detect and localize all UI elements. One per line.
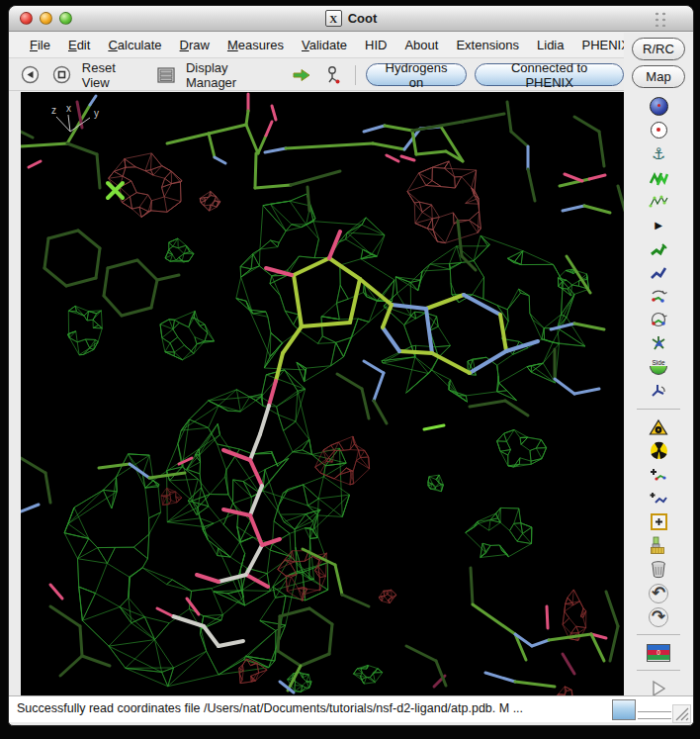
toolbar-separator <box>637 634 680 635</box>
menu-calculate[interactable]: Calculate <box>99 35 170 55</box>
density-mesh-red <box>200 191 220 211</box>
add-atom-icon[interactable] <box>647 464 670 485</box>
toolbar-separator <box>637 409 680 410</box>
menu-about[interactable]: About <box>395 35 447 55</box>
menu-extensions[interactable]: Extensions <box>447 35 528 55</box>
density-mesh-red <box>379 590 396 602</box>
add-alt-conf-icon[interactable] <box>647 511 670 532</box>
auto-fit-rotamer-icon[interactable] <box>647 333 670 354</box>
density-mesh-green <box>466 508 532 557</box>
density-mesh-red <box>407 161 481 243</box>
density-mesh-green <box>354 665 383 684</box>
menu-validate[interactable]: Validate <box>293 35 356 55</box>
rigid-body-fit-icon[interactable] <box>647 262 670 283</box>
svg-text:z: z <box>51 105 56 116</box>
density-mesh-red <box>563 590 586 640</box>
undo-icon[interactable]: ↶ <box>647 583 670 603</box>
menu-measures[interactable]: Measures <box>219 35 293 55</box>
add-terminal-residue-icon[interactable] <box>647 488 670 508</box>
menu-hid[interactable]: HID <box>356 35 395 55</box>
display-manager-icon[interactable] <box>154 64 178 85</box>
density-mesh-green <box>165 238 194 262</box>
window-title: Coot <box>348 11 378 26</box>
density-mesh-green <box>160 311 215 359</box>
phenix-connection-button[interactable]: Connected to PHENIX <box>475 63 624 86</box>
hydrogens-toggle-button[interactable]: Hydrogens on <box>366 63 468 86</box>
status-progress-square[interactable] <box>612 699 636 720</box>
sphere-refine-icon[interactable] <box>647 96 670 117</box>
density-mesh-green <box>497 429 547 467</box>
refine-residues-icon[interactable] <box>647 310 670 330</box>
edit-chi-angles-icon[interactable] <box>647 381 670 402</box>
expand-toolbar-icon[interactable]: ▶ <box>647 215 670 235</box>
rrc-button[interactable]: R/RC <box>632 38 685 60</box>
recentre-icon[interactable] <box>647 120 670 140</box>
statusbar-lines <box>638 711 671 719</box>
icon-stack: ⚓▶Side↶↷0 <box>637 96 680 711</box>
map-button[interactable]: Map <box>632 65 685 88</box>
menu-file[interactable]: File <box>21 35 59 55</box>
simple-mutate-icon[interactable] <box>647 440 670 461</box>
record-view-icon[interactable] <box>50 64 74 85</box>
status-bar: Successfully read coordinates file /User… <box>9 695 693 722</box>
molecular-viewport[interactable]: zxy <box>21 92 625 696</box>
menu-drag-handle-icon[interactable] <box>654 11 667 27</box>
density-mesh-red <box>161 488 182 505</box>
display-manager-button[interactable]: Display Manager <box>186 60 282 90</box>
delete-item-icon[interactable] <box>647 559 670 580</box>
real-space-refine-zone-icon[interactable] <box>647 167 670 188</box>
menu-draw[interactable]: Draw <box>171 35 219 55</box>
toolbar-separator <box>355 65 356 85</box>
menu-edit[interactable]: Edit <box>59 35 99 55</box>
regularize-zone-icon[interactable] <box>647 286 670 307</box>
menu-bar: FileEditCalculateDrawMeasuresValidateHID… <box>9 32 693 58</box>
anchor-icon[interactable]: ⚓ <box>647 143 670 164</box>
clear-atom-pull-icon[interactable] <box>647 535 670 556</box>
x11-app-icon: X <box>325 10 342 27</box>
flip-sidechain-icon[interactable]: Side <box>647 357 670 378</box>
density-mesh-green <box>428 475 443 492</box>
svg-text:x: x <box>66 103 71 114</box>
svg-text:y: y <box>94 108 99 119</box>
ligand-builder-icon[interactable] <box>321 64 345 85</box>
back-icon[interactable] <box>19 64 43 85</box>
density-mesh-green <box>167 370 350 605</box>
rotate-translate-zone-icon[interactable] <box>647 238 670 259</box>
refinement-flag-icon[interactable]: 0 <box>647 642 670 663</box>
menu-lidia[interactable]: Lidia <box>528 35 572 55</box>
tandem-refine-icon[interactable] <box>647 191 670 212</box>
right-toolbar: R/RC Map ⚓▶Side↶↷0 <box>624 33 693 711</box>
coot-window: X Coot FileEditCalculateDrawMeasuresVali… <box>8 5 694 726</box>
resize-grip[interactable] <box>672 704 691 723</box>
go-arrow-icon[interactable] <box>290 64 313 85</box>
toolbar-separator <box>637 670 680 671</box>
title-bar[interactable]: X Coot <box>9 6 693 32</box>
status-message: Successfully read coordinates file /User… <box>17 701 610 715</box>
main-toolbar: Reset View Display Manager Hydrogens on … <box>9 59 624 91</box>
mutate-autofit-icon[interactable] <box>647 416 670 437</box>
redo-icon[interactable]: ↷ <box>647 606 670 627</box>
density-mesh-green <box>67 306 102 354</box>
reset-view-button[interactable]: Reset View <box>82 60 146 90</box>
